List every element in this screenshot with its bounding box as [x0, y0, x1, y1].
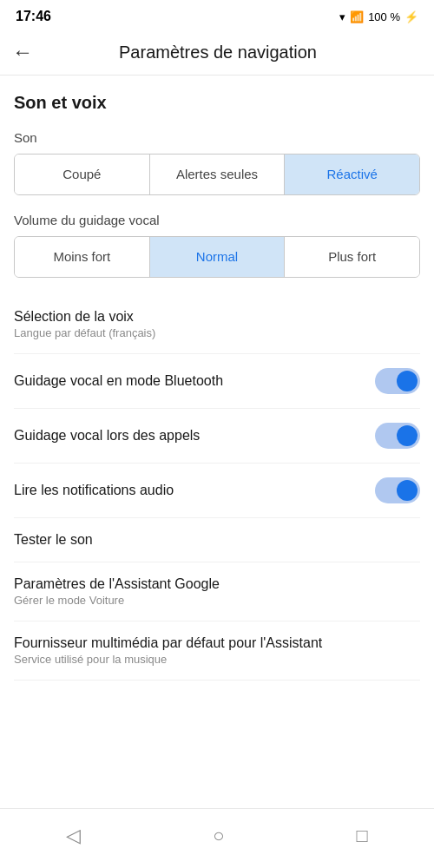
bluetooth-guidance-toggle[interactable]	[375, 368, 420, 394]
list-item-google-assistant[interactable]: Paramètres de l'Assistant Google Gérer l…	[14, 562, 420, 621]
wifi-icon: ▾	[339, 10, 345, 23]
voice-selection-title: Sélection de la voix	[14, 309, 420, 325]
battery-text: 100 %	[368, 10, 400, 23]
audio-notifications-title: Lire les notifications audio	[14, 483, 375, 498]
google-assistant-title: Paramètres de l'Assistant Google	[14, 576, 420, 592]
sound-btn-coupe[interactable]: Coupé	[15, 155, 150, 194]
volume-btn-moins[interactable]: Moins fort	[15, 237, 150, 277]
status-icons: ▾ 📶 100 % ⚡	[339, 10, 418, 23]
voice-selection-subtitle: Langue par défaut (français)	[14, 326, 420, 339]
bluetooth-guidance-title: Guidage vocal en mode Bluetooth	[14, 373, 375, 389]
app-header: ← Paramètres de navigation	[0, 30, 434, 76]
volume-btn-plus[interactable]: Plus fort	[285, 237, 419, 277]
back-button[interactable]: ←	[9, 38, 42, 66]
list-item-audio-notifications[interactable]: Lire les notifications audio	[14, 464, 420, 518]
nav-recent-button[interactable]: □	[339, 819, 385, 852]
list-item-test-sound[interactable]: Tester le son	[14, 518, 420, 562]
nav-home-button[interactable]: ○	[195, 819, 241, 852]
volume-label: Volume du guidage vocal	[14, 213, 420, 227]
sound-btn-reactive[interactable]: Réactivé	[285, 155, 419, 194]
call-guidance-title: Guidage vocal lors des appels	[14, 428, 375, 444]
sound-label: Son	[14, 130, 420, 145]
list-item-call-guidance[interactable]: Guidage vocal lors des appels	[14, 409, 420, 464]
media-provider-title: Fournisseur multimédia par défaut pour l…	[14, 635, 420, 651]
main-content: Son et voix Son Coupé Alertes seules Réa…	[0, 76, 434, 808]
call-guidance-toggle[interactable]	[375, 423, 420, 449]
media-provider-subtitle: Service utilisé pour la musique	[14, 653, 420, 666]
volume-btn-normal[interactable]: Normal	[150, 237, 286, 277]
audio-notifications-toggle[interactable]	[375, 477, 420, 503]
test-sound-title: Tester le son	[14, 532, 420, 548]
signal-icon: 📶	[350, 10, 364, 23]
page-title: Paramètres de navigation	[42, 43, 420, 62]
bottom-navigation: ◁ ○ □	[0, 808, 434, 868]
status-bar: 17:46 ▾ 📶 100 % ⚡	[0, 0, 434, 30]
sound-btn-alertes[interactable]: Alertes seules	[150, 155, 286, 194]
list-item-media-provider[interactable]: Fournisseur multimédia par défaut pour l…	[14, 621, 420, 681]
section-title-sound-voice: Son et voix	[14, 93, 420, 113]
list-item-bluetooth[interactable]: Guidage vocal en mode Bluetooth	[14, 354, 420, 409]
battery-icon: ⚡	[404, 10, 418, 23]
google-assistant-subtitle: Gérer le mode Voiture	[14, 594, 420, 607]
list-item-voice-selection[interactable]: Sélection de la voix Langue par défaut (…	[14, 295, 420, 354]
nav-back-button[interactable]: ◁	[49, 819, 98, 852]
status-time: 17:46	[16, 9, 51, 24]
sound-button-group: Coupé Alertes seules Réactivé	[14, 154, 420, 195]
volume-button-group: Moins fort Normal Plus fort	[14, 236, 420, 278]
